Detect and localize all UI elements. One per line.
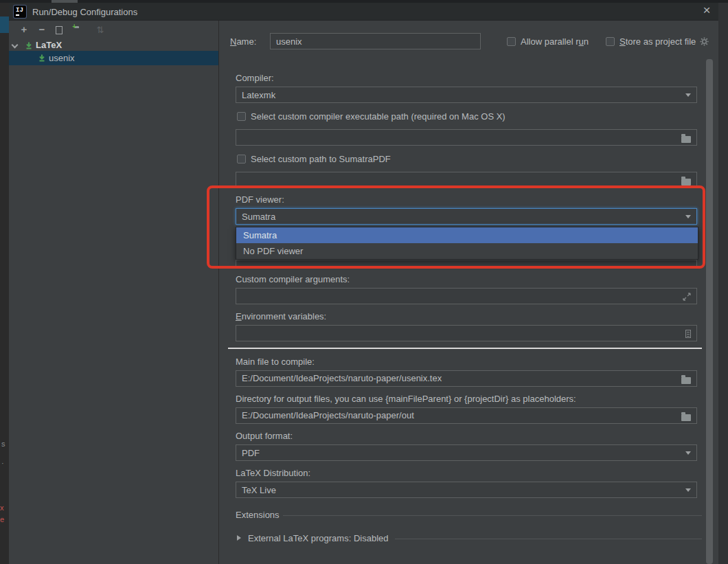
store-as-project-file-label: Store as project file — [619, 36, 696, 47]
external-latex-programs-label[interactable]: External LaTeX programs: Disabled — [248, 533, 389, 543]
output-dir-label: Directory for output files, you can use … — [236, 394, 576, 404]
output-dir-input[interactable]: E:/Document/IdeaProjects/naruto-paper/ou… — [236, 407, 697, 424]
chevron-down-icon — [685, 93, 691, 97]
tree-group-label[interactable]: LaTeX — [36, 40, 62, 50]
background-text-fragment: s — [1, 440, 5, 448]
name-label: Name: — [230, 36, 256, 47]
env-variables-input[interactable] — [236, 325, 697, 341]
background-left-strip: s · x e — [0, 3, 9, 564]
remove-configuration-icon[interactable]: − — [36, 25, 47, 36]
chevron-down-icon — [685, 451, 691, 455]
browse-folder-icon[interactable] — [681, 179, 691, 185]
section-separator — [228, 348, 702, 349]
compiler-value: Latexmk — [242, 90, 685, 100]
background-editor-fragment — [0, 16, 9, 33]
external-programs-separator — [395, 539, 702, 539]
browse-folder-icon[interactable] — [681, 377, 691, 384]
allow-parallel-run-label: Allow parallel run — [521, 36, 589, 47]
annotation-rectangle — [207, 185, 705, 269]
dialog-title: Run/Debug Configurations — [32, 7, 137, 17]
vertical-scrollbar[interactable] — [706, 59, 713, 564]
latex-run-config-icon — [25, 41, 33, 49]
allow-parallel-run-checkbox[interactable] — [507, 37, 516, 46]
gear-icon[interactable] — [699, 36, 709, 47]
output-format-value: PDF — [242, 448, 685, 458]
tree-item-label[interactable]: usenix — [49, 53, 75, 63]
browse-folder-icon[interactable] — [681, 136, 691, 143]
configurations-tree-panel — [9, 21, 219, 564]
store-as-project-file-checkbox[interactable] — [606, 37, 615, 46]
output-format-label: Output format: — [236, 431, 293, 441]
name-input[interactable] — [270, 33, 481, 49]
latex-distribution-value: TeX Live — [242, 485, 685, 495]
copy-configuration-icon[interactable] — [56, 26, 62, 34]
main-file-label: Main file to compile: — [236, 357, 315, 367]
latex-distribution-label: LaTeX Distribution: — [236, 468, 310, 478]
custom-compiler-path-label: Select custom compiler executable path (… — [251, 111, 505, 122]
latex-distribution-select[interactable]: TeX Live — [236, 482, 697, 498]
custom-args-label: Custom compiler arguments: — [236, 274, 350, 284]
extensions-separator — [283, 515, 702, 516]
intellij-logo-icon: IJ — [14, 5, 26, 18]
background-right-strip — [718, 3, 728, 564]
main-file-input[interactable]: E:/Document/IdeaProjects/naruto-paper/us… — [236, 370, 697, 387]
output-format-select[interactable]: PDF — [236, 444, 697, 461]
compiler-select[interactable]: Latexmk — [236, 87, 697, 103]
custom-compiler-path-input[interactable] — [236, 129, 697, 146]
browse-variables-icon[interactable] — [685, 330, 691, 338]
chevron-down-icon — [685, 488, 691, 492]
tree-toolbar: + − ⇅ — [9, 21, 219, 38]
expand-arrow-icon[interactable] — [237, 535, 241, 541]
env-variables-label: Environment variables: — [236, 311, 326, 322]
custom-compiler-path-checkbox[interactable] — [237, 112, 246, 121]
custom-args-input[interactable] — [236, 288, 697, 304]
extensions-label: Extensions — [236, 510, 280, 520]
sort-configurations-icon: ⇅ — [95, 25, 106, 36]
compiler-label: Compiler: — [236, 73, 274, 83]
background-text-fragment: · — [1, 459, 4, 467]
sumatra-path-checkbox[interactable] — [237, 155, 246, 163]
add-configuration-icon[interactable]: + — [19, 25, 30, 36]
sumatra-path-label: Select custom path to SumatraPDF — [251, 154, 391, 164]
close-icon[interactable]: × — [698, 2, 716, 19]
browse-folder-icon[interactable] — [681, 414, 691, 421]
background-text-fragment: x — [0, 504, 4, 512]
expand-icon[interactable] — [683, 293, 691, 301]
background-text-fragment: e — [0, 515, 4, 523]
latex-run-config-icon — [38, 54, 46, 62]
